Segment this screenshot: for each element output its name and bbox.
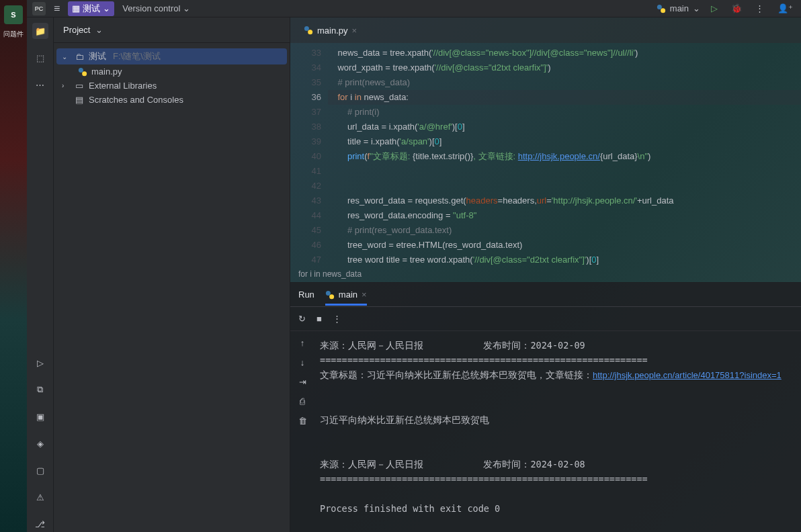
soft-wrap-icon[interactable]: ⇥ [299,377,306,387]
tree-root[interactable]: ⌄ 🗀 测试 F:\随笔\测试 [56,48,287,64]
run-tab-main[interactable]: main × [325,290,367,300]
run-panel-tabs: Run main × [290,283,801,307]
project-panel-header[interactable]: Project ⌄ [54,17,290,43]
python-icon [325,290,335,300]
structure-tool-icon[interactable]: ⬚ [32,50,48,66]
debug-tool-icon[interactable]: ◈ [32,435,48,451]
up-arrow-icon[interactable]: ↑ [300,338,305,348]
svg-point-7 [329,294,334,299]
expand-icon[interactable]: › [62,82,70,89]
add-user-icon[interactable]: 👤⁺ [775,3,796,13]
editor-area: main.py × 333435363738394041424344454647… [290,17,801,532]
editor-tabs: main.py × [290,17,801,43]
debug-button-icon[interactable]: 🐞 [728,3,745,13]
run-button-icon[interactable]: ▷ [708,3,720,13]
tree-external-libraries[interactable]: › ▭ External Libraries [56,79,287,93]
python-console-icon[interactable]: ⧉ [32,382,48,398]
project-panel: Project ⌄ ⌄ 🗀 测试 F:\随笔\测试 main.py › ▭ Ex… [54,17,290,532]
expand-icon[interactable]: ⌄ [62,53,70,60]
chevron-down-icon: ⌄ [693,3,700,13]
chevron-down-icon: ⌄ [95,25,103,35]
python-icon [657,4,666,13]
main-menu-icon[interactable]: ≡ [54,3,60,15]
services-tool-icon[interactable]: ▣ [32,408,48,425]
tree-scratches[interactable]: ▤ Scratches and Consoles [56,93,287,107]
project-name: 测试 [83,3,100,15]
left-tool-rail: 📁 ⬚ ⋯ ▷ ⧉ ▣ ◈ ▢ ⚠ ⎇ [27,17,54,532]
vcs-tool-icon[interactable]: ⎇ [32,516,48,532]
desktop-app-icon[interactable]: S [4,5,23,24]
ide-window: PC ≡ ▦ 测试 ⌄ Version control ⌄ main ⌄ ▷ 🐞… [27,0,801,532]
console-output[interactable]: 来源：人民网－人民日报 发布时间：2024-02-09 ============… [314,331,801,532]
more-actions-icon[interactable]: ⋮ [333,314,341,324]
more-tool-icon[interactable]: ⋯ [32,77,48,93]
code-content[interactable]: news_data = tree.xpath('//div[@class="ne… [328,43,801,266]
close-tab-icon[interactable]: × [362,290,367,300]
svg-point-5 [308,30,312,34]
line-gutter: 333435363738394041424344454647 [290,43,328,266]
more-actions-icon[interactable]: ⋮ [753,3,767,13]
svg-point-0 [657,4,662,9]
console-rail: ↑ ↓ ⇥ ⎙ 🗑 [290,331,314,532]
svg-point-4 [304,26,309,31]
run-config-selector[interactable]: main ⌄ [657,3,700,13]
problems-tool-icon[interactable]: ⚠ [32,489,48,505]
stop-icon[interactable]: ■ [317,314,322,324]
project-tool-icon[interactable]: 📁 [32,23,48,39]
project-badge-icon: ▦ [72,3,80,13]
print-icon[interactable]: ⎙ [300,396,305,406]
chevron-down-icon: ⌄ [183,3,190,13]
svg-point-1 [661,8,665,13]
scratches-icon: ▤ [74,95,85,105]
run-panel-title: Run [298,290,314,300]
folder-icon: 🗀 [74,52,85,62]
desktop-taskbar: S 问题件 [0,0,27,532]
python-icon [304,26,313,35]
python-icon [78,67,87,77]
desktop-app-caption: 问题件 [3,30,24,39]
code-breadcrumb[interactable]: for i in news_data [290,266,801,282]
run-toolbar: ↻ ■ ⋮ [290,307,801,331]
terminal-tool-icon[interactable]: ▢ [32,462,48,478]
svg-point-6 [326,290,331,295]
svg-point-2 [79,67,83,72]
run-tool-icon[interactable]: ▷ [32,355,48,371]
top-bar: PC ≡ ▦ 测试 ⌄ Version control ⌄ main ⌄ ▷ 🐞… [27,0,801,17]
pycharm-logo-icon[interactable]: PC [32,2,46,15]
project-badge[interactable]: ▦ 测试 ⌄ [68,1,114,16]
vcs-dropdown[interactable]: Version control ⌄ [122,3,190,13]
editor-tab-main[interactable]: main.py × [298,23,362,38]
svg-point-3 [82,71,87,76]
close-tab-icon[interactable]: × [352,26,357,36]
project-tree: ⌄ 🗀 测试 F:\随笔\测试 main.py › ▭ External Lib… [54,43,290,112]
down-arrow-icon[interactable]: ↓ [300,357,305,367]
run-panel: Run main × ↻ ■ ⋮ ↑ ↓ ⇥ [290,282,801,532]
code-editor[interactable]: 333435363738394041424344454647 news_data… [290,43,801,266]
library-icon: ▭ [74,81,85,91]
rerun-icon[interactable]: ↻ [298,314,306,324]
trash-icon[interactable]: 🗑 [298,416,307,426]
tree-file-main[interactable]: main.py [56,64,287,79]
chevron-down-icon: ⌄ [103,3,110,13]
